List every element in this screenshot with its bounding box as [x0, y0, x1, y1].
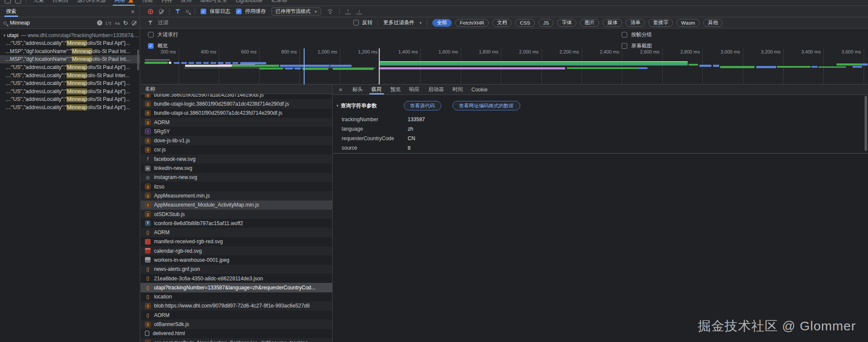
main-tab-元素[interactable]: 元素 — [29, 0, 48, 6]
main-tab-性能[interactable]: 性能 — [138, 0, 157, 6]
request-row[interactable]: {}utapi?trackingNumber=133587&language=z… — [141, 283, 332, 292]
close-details-icon[interactable]: × — [333, 86, 348, 93]
view-source-button[interactable]: 查看源代码 — [404, 101, 442, 110]
search-result-row[interactable]: ...:"US","addressLocality":"Minneapolis/… — [0, 104, 140, 112]
request-row[interactable]: {}21ea6bde-3c6a-4350-a8dc-e86228114de3.j… — [141, 274, 332, 283]
search-result-row[interactable]: ...:"US","addressLocality":"Minneapolis/… — [0, 39, 140, 47]
chip-图片[interactable]: 图片 — [580, 19, 599, 27]
search-scrollbar-thumb[interactable] — [137, 50, 139, 70]
request-row[interactable]: {}AORM — [141, 118, 332, 127]
match-case-toggle-icon[interactable]: Aa — [115, 21, 120, 25]
close-search-panel-icon[interactable]: × — [131, 8, 135, 15]
details-tab-时间[interactable]: 时间 — [448, 85, 467, 94]
chip-全部[interactable]: 全部 — [432, 19, 452, 27]
main-tab-Lighthouse[interactable]: Lighthouse — [232, 0, 267, 6]
main-tab-记录器[interactable]: 记录器 — [267, 0, 292, 6]
search-result-row[interactable]: ...MSP","dgf:locationName":"Minneapolis-… — [0, 47, 140, 56]
main-tab-内存[interactable]: 内存 — [157, 0, 176, 6]
record-network-log-icon[interactable] — [148, 9, 153, 14]
search-result-row[interactable]: ...:"US","addressLocality":"Minneapolis/… — [0, 63, 140, 72]
throttling-select[interactable]: 已停用节流模式 ▾ — [271, 7, 321, 16]
request-row[interactable]: /5Rg5Y — [141, 127, 332, 136]
more-filters-button[interactable]: 更多过滤条件 — [383, 19, 414, 26]
preserve-log-checkbox[interactable] — [201, 9, 206, 14]
chip-Fetch/XHR[interactable]: Fetch/XHR — [455, 19, 489, 27]
tab-search[interactable]: 搜索 — [4, 6, 18, 17]
request-row[interactable]: {}AppMeasurement.min.js — [141, 191, 332, 200]
chip-套接字[interactable]: 套接字 — [648, 19, 673, 27]
search-network-icon[interactable] — [186, 10, 189, 13]
request-row[interactable]: {}bundle-utapi-logic.38601f90d25907a1dc4… — [141, 99, 332, 108]
clear-input-icon[interactable]: × — [97, 20, 102, 25]
main-tab-控制台[interactable]: 控制台 — [48, 0, 73, 6]
details-tab-载荷[interactable]: 载荷 — [367, 85, 386, 94]
chip-媒体[interactable]: 媒体 — [603, 19, 622, 27]
screenshots-checkbox[interactable] — [622, 43, 627, 49]
request-row[interactable]: {}blob:https://www.dhl.com/9079d897-72d6… — [141, 301, 332, 311]
name-column-header[interactable]: 名称 — [141, 85, 332, 94]
search-result-row[interactable]: ...:"US","addressLocality":"Minneapolis/… — [0, 95, 140, 104]
big-request-rows-checkbox[interactable] — [148, 32, 154, 38]
export-har-icon[interactable]: ↓ — [356, 9, 362, 14]
request-row[interactable]: {}AppMeasurement_Module_ActivityMap.min.… — [141, 201, 332, 210]
details-tab-Cookie[interactable]: Cookie — [467, 85, 492, 94]
details-tab-响应[interactable]: 响应 — [405, 85, 424, 94]
request-row[interactable]: {}AORM — [141, 311, 332, 320]
main-tab-源代码/来源[interactable]: 源代码/来源 — [73, 0, 110, 6]
request-row[interactable]: Ticonfont-8e6d0b88b797ac15af11.woff2 — [141, 219, 332, 228]
import-har-icon[interactable]: ↑ — [345, 9, 351, 14]
request-row[interactable]: inlinkedIn-new.svg — [141, 163, 332, 173]
request-row[interactable]: {}dove-js-lib-v1.js — [141, 136, 332, 145]
chip-JS[interactable]: JS — [538, 19, 554, 27]
request-row[interactable]: {}csr.js — [141, 145, 332, 154]
chip-文档[interactable]: 文档 — [492, 19, 512, 27]
request-row[interactable]: {}ilzso — [141, 182, 332, 191]
main-tab-应用[interactable]: 应用 — [176, 0, 196, 6]
filter-icon[interactable] — [175, 9, 180, 14]
chip-Wasm[interactable]: Wasm — [676, 19, 700, 27]
search-result-row[interactable]: ...:"US","addressLocality":"Minneapolis/… — [0, 79, 140, 88]
filter-input[interactable]: 过滤 — [158, 19, 168, 26]
search-result-file-header[interactable]: ▾ utapi — www.dhl.com/utapi?trackingNumb… — [0, 31, 140, 39]
view-urlencoded-button[interactable]: 查看网址编码格式的数据 — [453, 101, 520, 110]
request-row[interactable]: {}AORM — [141, 228, 332, 237]
details-tab-预览[interactable]: 预览 — [386, 85, 405, 94]
main-tab-网络[interactable]: 网络 — [110, 0, 138, 6]
overview-checkbox[interactable] — [148, 43, 154, 49]
clear-network-log-icon[interactable] — [159, 9, 164, 14]
request-row[interactable]: calendar-rgb-red.svg — [141, 246, 332, 255]
request-row[interactable]: delivered.html — [141, 329, 332, 338]
main-tab-隐私与安全[interactable]: 隐私与安全 — [196, 0, 232, 6]
clear-search-results-icon[interactable] — [132, 21, 136, 25]
invert-filter-checkbox[interactable] — [353, 20, 359, 25]
request-row[interactable]: ffacebook-new.svg — [141, 154, 332, 163]
request-row[interactable]: manifest-received-rgb-red.svg — [141, 237, 332, 246]
device-toolbar-icon[interactable] — [15, 0, 21, 3]
details-tab-标头[interactable]: 标头 — [348, 85, 367, 94]
disable-cache-checkbox[interactable] — [236, 9, 242, 14]
refresh-search-icon[interactable]: ↻ — [123, 20, 128, 26]
details-scrollbar-thumb[interactable] — [865, 96, 867, 151]
disclosure-icon[interactable]: ▾ — [337, 104, 339, 108]
search-result-row[interactable]: ...:"US","addressLocality":"Minneapolis/… — [0, 88, 140, 96]
request-row[interactable]: {}location — [141, 292, 332, 301]
request-row[interactable]: {}otSDKStub.js — [141, 210, 332, 219]
request-row[interactable]: {}otBannerSdk.js — [141, 320, 332, 329]
request-row[interactable]: {}news-alerts.gnf.json — [141, 265, 332, 274]
chip-其他[interactable]: 其他 — [703, 19, 723, 27]
regex-toggle-icon[interactable]: (.*) — [106, 21, 111, 25]
chip-字体[interactable]: 字体 — [557, 19, 576, 27]
search-result-row[interactable]: ...MSP","dgf:locationName":"Minneapolis-… — [0, 55, 140, 63]
request-row[interactable]: workers-in-warehouse-0001.jpeg — [141, 255, 332, 264]
chip-CSS[interactable]: CSS — [515, 19, 535, 27]
network-conditions-icon[interactable] — [327, 9, 333, 14]
request-row[interactable]: ◎instagram-new.svg — [141, 173, 332, 182]
request-row[interactable]: {}bundle-utapi-ui.38601f90d25907a1dc423f… — [141, 109, 332, 118]
search-result-row[interactable]: ...:"US","addressLocality":"Minneapolis-… — [0, 71, 140, 79]
group-by-frame-checkbox[interactable] — [622, 32, 627, 38]
details-tab-启动器[interactable]: 启动器 — [424, 85, 448, 94]
inspect-element-icon[interactable] — [5, 0, 11, 3]
chip-清单[interactable]: 清单 — [626, 19, 645, 27]
request-row[interactable]: {}csr-analytics?rule=None&action=Set&ser… — [141, 338, 332, 342]
search-input[interactable]: Minneap — [10, 20, 94, 26]
